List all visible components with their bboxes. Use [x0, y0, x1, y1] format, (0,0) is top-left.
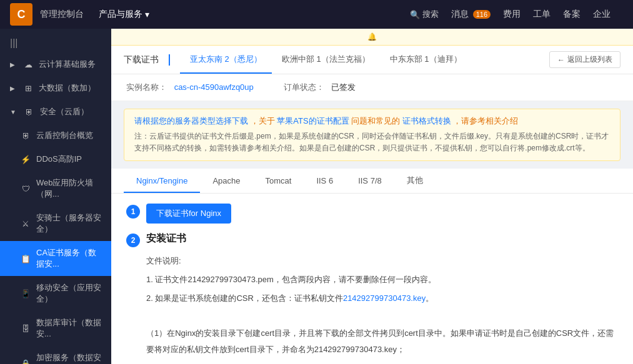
tab-region-middle-east-1[interactable]: 中东东部 1（迪拜） [380, 46, 472, 74]
warning-body: 注：云盾证书提供的证书文件后缀是.pem，如果是系统创建的CSR，同时还会伴随证… [134, 130, 610, 154]
db-icon: 🗄 [20, 323, 31, 334]
tab-region-europe-central-1[interactable]: 欧洲中部 1（法兰克福） [272, 46, 380, 74]
chevron-right-icon: ▶ [10, 61, 15, 68]
sidebar-label-dbaudit: 数据库审计（数据安... [36, 317, 101, 340]
messages-nav-item[interactable]: 消息 116 [451, 9, 491, 20]
tab-iis78-label: IIS 7/8 [358, 176, 382, 185]
yunshield-icon: ⛨ [20, 130, 31, 141]
sidebar-label-mobile: 移动安全（应用安全） [36, 282, 101, 305]
warning-title: 请根据您的服务器类型选择下载 ，关于 苹果ATS的证书配置 问题和常见的 证书格… [134, 116, 610, 127]
logo-icon: C [17, 8, 26, 21]
tab-apache-label: Apache [212, 176, 240, 185]
region-middle-east-1-label: 中东东部 1（迪拜） [390, 54, 462, 64]
back-icon: ← [557, 56, 565, 64]
sidebar-label-security: 安全（云盾） [40, 106, 89, 117]
sidebar-item-ddos[interactable]: ⚡ DDoS高防IP [0, 147, 111, 171]
file-description: 文件说明: 1. 证书文件214292799730473.pem，包含两段内容，… [146, 253, 618, 364]
apple-ats-link[interactable]: 苹果ATS的证书配置 [277, 116, 349, 125]
back-to-list-button[interactable]: ← 返回上级列表 [549, 51, 621, 68]
sidebar-item-security[interactable]: ▼ ⛨ 安全（云盾） [0, 100, 111, 124]
nav-product-services[interactable]: 产品与服务 ▾ [99, 9, 149, 20]
filing-label: 备案 [563, 9, 581, 19]
sidebar-collapse-button[interactable]: ||| [0, 34, 111, 52]
sidebar: ||| ▶ ☁ 云计算基础服务 ▶ ⊞ 大数据（数加） ▼ ⛨ 安全（云盾） ⛨… [0, 29, 111, 364]
step-1-row: 1 下载证书for Nginx [126, 204, 618, 224]
tab-tomcat-label: Tomcat [265, 176, 291, 185]
encrypt-icon: 🔒 [20, 358, 31, 364]
file-desc-1-text: 1. 证书文件214292799730473.pem，包含两段内容，请不要删除任… [146, 275, 436, 284]
sidebar-label-encrypt: 加密服务（数据安全） [36, 352, 101, 364]
instance-name-label: 实例名称： [126, 82, 167, 92]
sidebar-label-cloud-compute: 云计算基础服务 [39, 59, 96, 70]
cert-format-link[interactable]: 证书格式转换 [402, 116, 451, 125]
region-europe-central-1-label: 欧洲中部 1（法兰克福） [282, 54, 370, 64]
collapse-icon: ||| [10, 37, 17, 49]
file-desc-2-suffix: 。 [426, 293, 434, 303]
warning-title-end: ，请参考相关介绍 [453, 116, 518, 125]
step-1-circle: 1 [126, 205, 140, 219]
notification-bar: 🔔 [111, 29, 633, 46]
data-icon: ⊞ [22, 82, 34, 94]
tab-nginx-label: Nginx/Tengine [136, 176, 187, 185]
back-button-label: 返回上级列表 [567, 54, 612, 65]
tab-iis6[interactable]: IIS 6 [304, 170, 346, 193]
top-nav: C 管理控制台 产品与服务 ▾ 🔍 搜索 消息 116 费用 工单 备案 企业 [0, 0, 633, 29]
region-asia-se-2-label: 亚太东南 2（悉尼） [190, 54, 262, 64]
step-2-content: 安装证书 文件说明: 1. 证书文件214292799730473.pem，包含… [146, 232, 618, 364]
tab-apache[interactable]: Apache [200, 170, 252, 193]
filing-nav-item[interactable]: 备案 [563, 9, 581, 20]
sidebar-item-encrypt[interactable]: 🔒 加密服务（数据安全） [0, 346, 111, 364]
search-button[interactable]: 🔍 搜索 [410, 9, 439, 20]
step-2-circle: 2 [126, 234, 140, 247]
chevron-down-icon: ▾ [145, 9, 149, 19]
main-content: 🔔 下载证书 亚太东南 2（悉尼） 欧洲中部 1（法兰克福） 中东东部 1（迪拜… [111, 29, 633, 364]
tab-tomcat[interactable]: Tomcat [252, 170, 304, 193]
tab-region-asia-se-2[interactable]: 亚太东南 2（悉尼） [180, 46, 272, 74]
download-link[interactable]: 请根据您的服务器类型选择下载 [134, 116, 248, 125]
file-desc-1: 1. 证书文件214292799730473.pem，包含两段内容，请不要删除任… [146, 272, 618, 288]
step-2-row: 2 安装证书 文件说明: 1. 证书文件214292799730473.pem，… [126, 232, 618, 364]
sidebar-item-yunshield[interactable]: ⛨ 云盾控制台概览 [0, 124, 111, 147]
sidebar-item-cloud-compute[interactable]: ▶ ☁ 云计算基础服务 [0, 52, 111, 76]
install-cert-title: 安装证书 [146, 232, 618, 245]
install-step-1: （1）在Nginx的安装目录下创建cert目录，并且将下载的全部文件拷贝到cer… [146, 325, 618, 358]
sidebar-item-dbaudit[interactable]: 🗄 数据库审计（数据安... [0, 311, 111, 346]
warning-note: 注：云盾证书提供的证书文件后缀是.pem，如果是系统创建的CSR，同时还会伴随证… [134, 132, 609, 152]
chevron-right-icon: ▶ [10, 85, 15, 92]
sidebar-item-knight[interactable]: ⚔ 安骑士（服务器安全） [0, 206, 111, 241]
tab-iis78[interactable]: IIS 7/8 [346, 170, 394, 193]
sidebar-label-ddos: DDoS高防IP [36, 154, 82, 165]
step-1-content: 下载证书for Nginx [146, 204, 618, 224]
install-step-2: （2）打开 Nginx 安装目录下 conf 目录中的 nginx.conf 文… [146, 360, 618, 364]
enterprise-label: 企业 [593, 9, 611, 19]
file-desc-2: 2. 如果是证书系统创建的CSR，还包含：证书私钥文件2142927997304… [146, 290, 618, 307]
fees-label: 费用 [503, 9, 521, 19]
sidebar-label-knight: 安骑士（服务器安全） [36, 212, 101, 235]
sidebar-item-mobile[interactable]: 📱 移动安全（应用安全） [0, 276, 111, 311]
key-filename: 214292799730473.key [343, 293, 426, 303]
knight-icon: ⚔ [20, 218, 31, 229]
sidebar-item-cert[interactable]: 📋 CA证书服务（数据安... [0, 241, 111, 276]
logo[interactable]: C [10, 3, 32, 26]
cert-icon: 📋 [20, 253, 31, 264]
ticket-label: 工单 [533, 9, 551, 19]
sidebar-label-cert: CA证书服务（数据安... [36, 247, 101, 270]
sidebar-item-waf[interactable]: 🛡 Web应用防火墙（网... [0, 171, 111, 206]
content-body: 1 下载证书for Nginx 2 安装证书 文件说明: [111, 194, 633, 364]
ticket-nav-item[interactable]: 工单 [533, 9, 551, 20]
enterprise-nav-item[interactable]: 企业 [593, 9, 611, 20]
server-type-tabs: Nginx/Tengine Apache Tomcat IIS 6 IIS 7/… [111, 169, 633, 194]
warning-title-suffix: ，关于 [251, 116, 275, 125]
instance-name-value: cas-cn-4590awfzq0up [174, 82, 254, 92]
tab-other[interactable]: 其他 [394, 169, 436, 194]
sidebar-label-bigdata: 大数据（数加） [39, 82, 96, 94]
tab-nginx[interactable]: Nginx/Tengine [124, 170, 200, 193]
product-label: 产品与服务 [99, 9, 142, 20]
sidebar-label-yunshield: 云盾控制台概览 [36, 130, 93, 141]
sidebar-item-bigdata[interactable]: ▶ ⊞ 大数据（数加） [0, 76, 111, 100]
fees-nav-item[interactable]: 费用 [503, 9, 521, 20]
chevron-down-icon: ▼ [10, 109, 16, 116]
nav-title: 管理控制台 [40, 9, 84, 20]
download-cert-label: 下载证书 [124, 54, 170, 66]
download-cert-button[interactable]: 下载证书for Nginx [146, 204, 231, 224]
